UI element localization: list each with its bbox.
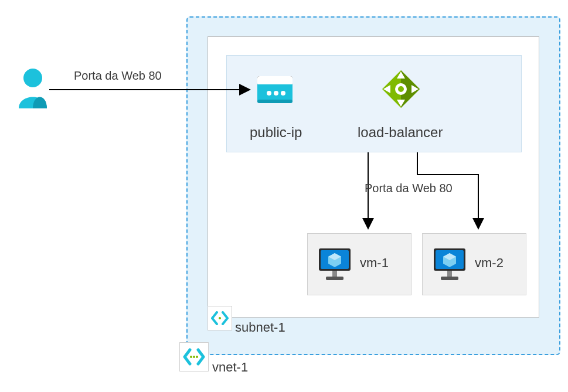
vnet-icon [183,348,205,366]
svg-rect-4 [257,100,292,103]
user-icon [16,67,49,108]
svg-rect-24 [447,271,452,277]
public-ip-label: public-ip [250,124,302,141]
svg-point-5 [267,91,271,96]
load-balancer-icon [380,68,422,110]
svg-rect-19 [326,277,343,280]
svg-point-11 [398,86,404,92]
subnet-label: subnet-1 [235,320,285,335]
arrow2-label: Porta da Web 80 [365,182,453,195]
vm2-icon [431,246,468,282]
svg-point-29 [219,317,221,319]
arrow1-label: Porta da Web 80 [74,69,162,83]
svg-point-32 [196,356,198,358]
svg-point-30 [190,356,192,358]
vm1-label: vm-1 [360,255,389,271]
vm1-icon [317,246,353,282]
vnet-label: vnet-1 [212,360,248,375]
subnet-icon [211,311,229,325]
svg-rect-18 [332,271,337,277]
svg-point-0 [23,69,42,87]
svg-rect-2 [257,76,292,86]
vm2-label: vm-2 [475,255,504,271]
load-balancer-label: load-balancer [358,124,443,141]
svg-point-6 [274,91,278,96]
public-ip-icon [256,74,294,107]
arrow-user-to-publicip [49,82,256,97]
svg-point-31 [193,356,195,358]
subnet-icon-box [208,306,232,330]
svg-point-7 [281,91,285,96]
svg-rect-25 [441,277,458,280]
vnet-icon-box [179,342,209,371]
